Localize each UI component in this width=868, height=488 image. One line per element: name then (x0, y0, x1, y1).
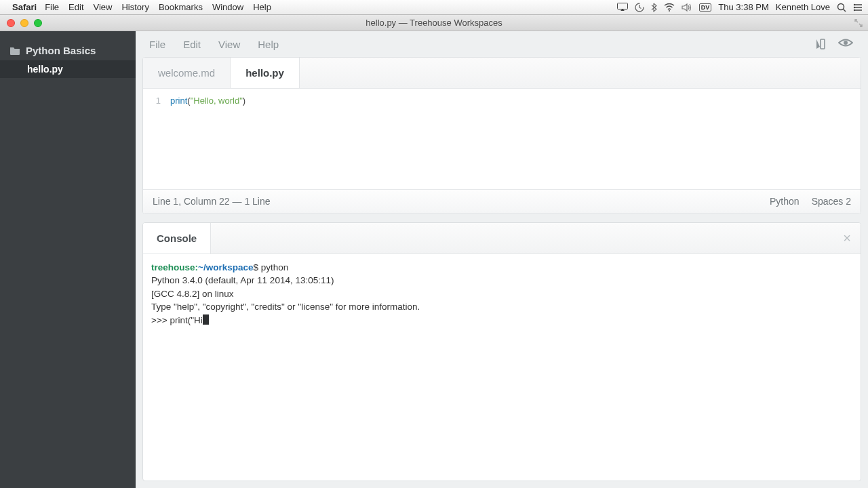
window-title: hello.py — Treehouse Workspaces (0, 18, 868, 28)
menubar-edit[interactable]: Edit (68, 2, 83, 12)
svg-point-12 (854, 9, 855, 10)
mac-menubar: Safari File Edit View History Bookmarks … (0, 0, 868, 15)
editor-menu-help[interactable]: Help (258, 39, 279, 50)
code-line: print("Hello, world") (170, 94, 861, 108)
svg-point-3 (669, 10, 670, 12)
preview-icon[interactable] (838, 38, 853, 47)
editor-panel: welcome.md hello.py 1 print("Hello, worl… (142, 57, 861, 214)
editor-menu-file[interactable]: File (149, 39, 165, 50)
fullscreen-icon[interactable] (854, 19, 863, 27)
term-output-2: [GCC 4.8.2] on linux (151, 289, 234, 299)
svg-point-15 (844, 41, 848, 45)
editor-statusbar: Line 1, Column 22 — 1 Line Python Spaces… (143, 189, 861, 214)
menubar-history[interactable]: History (121, 2, 149, 12)
term-repl-input: print("Hi (170, 315, 202, 325)
zoom-window-button[interactable] (34, 19, 42, 27)
term-command: python (261, 262, 289, 272)
bluetooth-icon[interactable] (651, 3, 657, 12)
notifications-icon[interactable] (853, 3, 863, 12)
console-panel: Console × treehouse:~/workspace$ python … (142, 222, 861, 482)
term-repl-prompt: >>> (151, 315, 170, 325)
terminal[interactable]: treehouse:~/workspace$ python Python 3.4… (143, 254, 861, 481)
editor-tabs: welcome.md hello.py (143, 58, 861, 89)
console-tab-label: Console (157, 232, 197, 244)
svg-point-5 (838, 3, 844, 9)
token-string: "Hello, world" (191, 96, 243, 106)
menubar-file[interactable]: File (45, 2, 59, 12)
console-close-button[interactable]: × (843, 230, 851, 246)
menubar-app-name[interactable]: Safari (12, 2, 37, 12)
sidebar-file-label: hello.py (27, 64, 63, 75)
term-output-3: Type "help", "copyright", "credits" or "… (151, 302, 420, 312)
menubar-tray: DV Thu 3:38 PM Kenneth Love (617, 2, 863, 12)
timemachine-icon[interactable] (635, 3, 644, 12)
minimize-window-button[interactable] (20, 19, 28, 27)
console-tab[interactable]: Console (143, 223, 211, 253)
svg-marker-4 (682, 4, 687, 11)
term-host: treehouse: (151, 262, 198, 272)
code-editor[interactable]: 1 print("Hello, world") (143, 89, 861, 189)
status-language[interactable]: Python (770, 196, 800, 207)
svg-rect-0 (617, 3, 627, 9)
editor-menubar: File Edit View Help (142, 31, 861, 57)
airplay-icon[interactable] (617, 3, 628, 12)
tab-welcome[interactable]: welcome.md (143, 58, 231, 88)
close-window-button[interactable] (7, 19, 15, 27)
svg-marker-13 (816, 39, 820, 49)
line-number: 1 (143, 94, 170, 108)
tab-welcome-label: welcome.md (158, 67, 215, 79)
window-titlebar: hello.py — Treehouse Workspaces (0, 15, 868, 31)
svg-point-10 (854, 3, 855, 5)
menubar-bookmarks[interactable]: Bookmarks (159, 2, 203, 12)
spotlight-icon[interactable] (837, 3, 846, 12)
term-output-1: Python 3.4.0 (default, Apr 11 2014, 13:0… (151, 275, 334, 285)
sidebar-file-hello[interactable]: hello.py (0, 60, 136, 78)
status-indent[interactable]: Spaces 2 (812, 196, 851, 207)
tab-hello[interactable]: hello.py (231, 58, 300, 88)
run-icon[interactable] (814, 38, 826, 50)
project-folder[interactable]: Python Basics (0, 41, 136, 60)
wifi-icon[interactable] (664, 3, 675, 12)
tab-hello-label: hello.py (245, 67, 284, 79)
console-head: Console × (143, 223, 861, 254)
volume-icon[interactable] (682, 3, 692, 12)
terminal-cursor (203, 314, 209, 325)
menubar-view[interactable]: View (94, 2, 113, 12)
svg-point-11 (854, 6, 855, 7)
menubar-clock[interactable]: Thu 3:38 PM (718, 2, 768, 12)
project-name: Python Basics (26, 45, 96, 56)
menubar-help[interactable]: Help (253, 2, 271, 12)
token-paren-close: ) (243, 96, 245, 106)
status-cursor: Line 1, Column 22 — 1 Line (153, 196, 271, 207)
dv-badge[interactable]: DV (699, 3, 712, 12)
menubar-user[interactable]: Kenneth Love (776, 2, 830, 12)
term-prompt-suffix: $ (253, 262, 260, 272)
file-tree-sidebar: Python Basics hello.py (0, 31, 136, 488)
term-path: ~/workspace (198, 262, 253, 272)
traffic-lights (7, 19, 42, 27)
editor-menu-edit[interactable]: Edit (183, 39, 201, 50)
svg-rect-14 (821, 39, 825, 49)
folder-icon (9, 46, 20, 55)
editor-menu-view[interactable]: View (218, 39, 240, 50)
menubar-window[interactable]: Window (212, 2, 243, 12)
svg-line-6 (844, 9, 846, 12)
token-fn: print (170, 96, 187, 106)
